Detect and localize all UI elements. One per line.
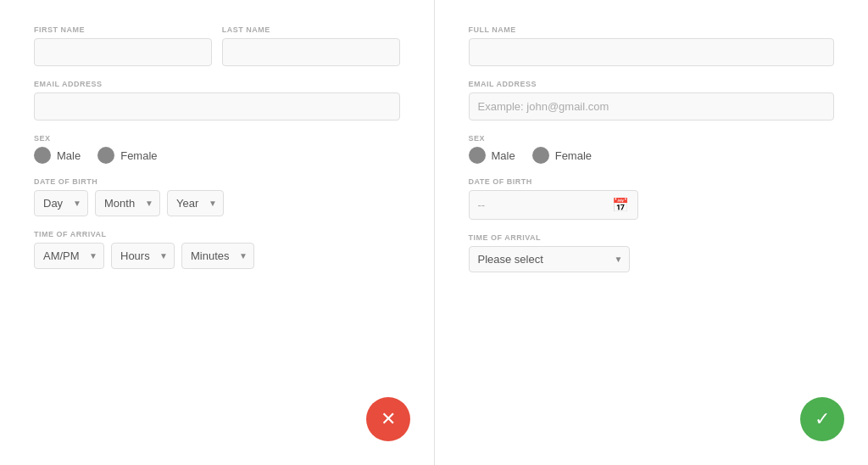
left-year-select[interactable]: Year <box>167 190 224 216</box>
right-arrival-group: TIME OF ARRIVAL Please select ▼ <box>469 233 835 272</box>
left-arrival-group: TIME OF ARRIVAL AM/PM ▼ Hours ▼ Minut <box>34 230 400 269</box>
left-male-label: Male <box>57 149 81 162</box>
right-email-input[interactable] <box>469 92 835 120</box>
right-email-group: EMAIL ADDRESS <box>469 80 835 120</box>
left-day-wrapper: Day ▼ <box>34 190 88 216</box>
left-dob-row: Day ▼ Month ▼ Year ▼ <box>34 190 400 216</box>
left-ampm-wrapper: AM/PM ▼ <box>34 243 104 269</box>
last-name-group: LAST NAME <box>222 25 400 66</box>
left-male-option[interactable]: Male <box>34 147 81 164</box>
right-sex-label: SEX <box>469 134 835 143</box>
left-hours-select[interactable]: Hours <box>111 243 175 269</box>
right-dob-group: DATE OF BIRTH -- 📅 <box>469 177 835 220</box>
left-female-label: Female <box>120 149 157 162</box>
left-dob-group: DATE OF BIRTH Day ▼ Month ▼ Year <box>34 177 400 216</box>
left-arrival-label: TIME OF ARRIVAL <box>34 230 400 238</box>
right-sex-row: Male Female <box>469 147 835 164</box>
left-male-radio[interactable] <box>34 147 51 164</box>
calendar-icon: 📅 <box>612 197 629 213</box>
name-group: FIRST NAME LAST NAME <box>34 25 400 66</box>
right-panel: FULL NAME EMAIL ADDRESS SEX Male Female <box>435 0 869 465</box>
left-year-wrapper: Year ▼ <box>167 190 224 216</box>
left-female-radio[interactable] <box>97 147 114 164</box>
left-day-select[interactable]: Day <box>34 190 88 216</box>
confirm-button[interactable]: ✓ <box>800 397 844 441</box>
first-name-group: FIRST NAME <box>34 25 212 66</box>
cancel-icon: ✕ <box>381 408 396 430</box>
left-arrival-row: AM/PM ▼ Hours ▼ Minutes ▼ <box>34 243 400 269</box>
right-sex-group: SEX Male Female <box>469 134 835 164</box>
full-name-label: FULL NAME <box>469 25 835 34</box>
right-dob-placeholder: -- <box>478 199 612 211</box>
full-name-group: FULL NAME <box>469 25 835 66</box>
left-minutes-select[interactable]: Minutes <box>181 243 254 269</box>
right-arrival-wrapper: Please select ▼ <box>469 246 630 272</box>
left-minutes-wrapper: Minutes ▼ <box>181 243 254 269</box>
left-email-group: EMAIL ADDRESS <box>34 80 400 120</box>
right-female-option[interactable]: Female <box>532 147 592 164</box>
right-arrival-label: TIME OF ARRIVAL <box>469 233 835 242</box>
right-female-label: Female <box>555 149 592 162</box>
left-dob-label: DATE OF BIRTH <box>34 177 400 186</box>
main-container: FIRST NAME LAST NAME EMAIL ADDRESS SEX M… <box>0 0 868 465</box>
first-name-label: FIRST NAME <box>34 25 212 34</box>
left-sex-group: SEX Male Female <box>34 134 400 164</box>
left-sex-label: SEX <box>34 134 400 143</box>
full-name-input[interactable] <box>469 38 835 66</box>
right-male-radio[interactable] <box>469 147 486 164</box>
right-arrival-select[interactable]: Please select <box>469 246 630 272</box>
right-female-radio[interactable] <box>532 147 549 164</box>
left-hours-wrapper: Hours ▼ <box>111 243 175 269</box>
cancel-button[interactable]: ✕ <box>366 397 410 441</box>
left-panel: FIRST NAME LAST NAME EMAIL ADDRESS SEX M… <box>0 0 435 465</box>
left-female-option[interactable]: Female <box>97 147 157 164</box>
left-email-input[interactable] <box>34 92 400 120</box>
left-email-label: EMAIL ADDRESS <box>34 80 400 88</box>
right-male-option[interactable]: Male <box>469 147 515 164</box>
left-sex-row: Male Female <box>34 147 400 164</box>
left-ampm-select[interactable]: AM/PM <box>34 243 104 269</box>
left-month-wrapper: Month ▼ <box>95 190 160 216</box>
last-name-label: LAST NAME <box>222 25 400 34</box>
right-dob-label: DATE OF BIRTH <box>469 177 835 186</box>
right-dob-field[interactable]: -- 📅 <box>469 190 638 220</box>
last-name-input[interactable] <box>222 38 400 66</box>
first-name-input[interactable] <box>34 38 212 66</box>
confirm-icon: ✓ <box>815 408 830 430</box>
right-email-label: EMAIL ADDRESS <box>469 80 835 88</box>
left-month-select[interactable]: Month <box>95 190 160 216</box>
right-male-label: Male <box>492 149 515 162</box>
